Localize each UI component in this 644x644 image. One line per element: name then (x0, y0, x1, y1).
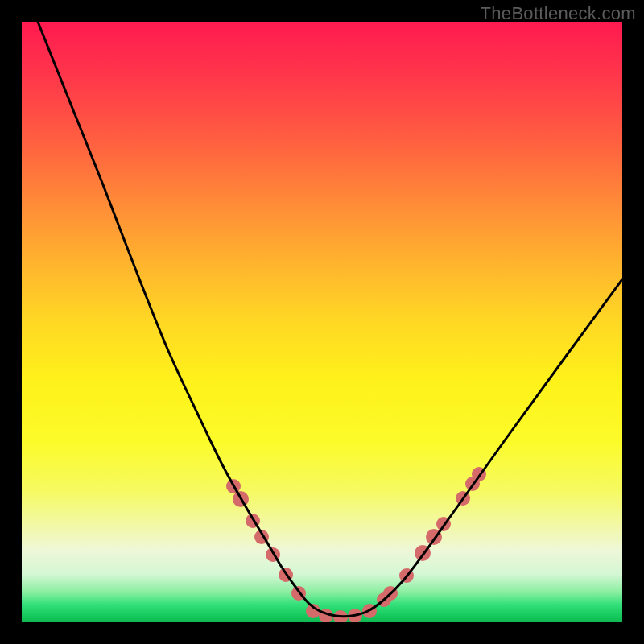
chart-frame: TheBottleneck.com (0, 0, 644, 644)
bottleneck-curve (38, 22, 622, 617)
plot-area (22, 22, 622, 622)
watermark-text: TheBottleneck.com (481, 3, 636, 24)
markers-group (226, 467, 486, 622)
curve-layer (22, 22, 622, 622)
